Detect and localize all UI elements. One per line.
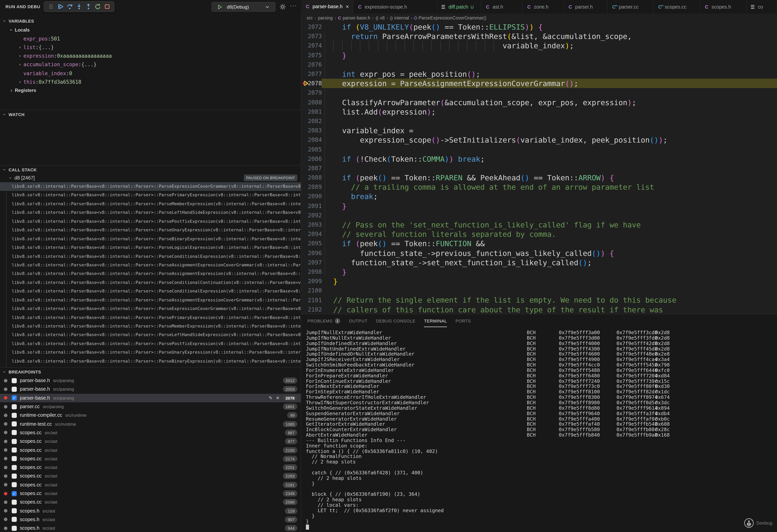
grip-icon[interactable]	[46, 2, 56, 11]
code-line[interactable]: 2073 return ParseArrowParametersWithRest…	[301, 31, 777, 41]
debug-session-row[interactable]: d8 [2467] PAUSED ON BREAKPOINT	[0, 174, 301, 182]
code-line[interactable]: 2091 }	[301, 201, 777, 211]
breakpoint-checkbox[interactable]	[12, 491, 17, 496]
stack-frame[interactable]: libv8.so!v8::internal::ParserBase<v8::in…	[0, 261, 301, 270]
breakpoint-row[interactable]: scopes.ccsrc/ast2263	[0, 472, 301, 481]
breakpoint-row[interactable]: parser-base.hsrc/parsing2012	[0, 376, 301, 385]
launch-config-select[interactable]: d8(Debug)	[212, 2, 275, 12]
gutter-line-number[interactable]: 2094	[301, 231, 322, 238]
breakpoint-checkbox[interactable]	[12, 447, 17, 452]
gear-icon[interactable]	[280, 3, 287, 10]
variable-this[interactable]: this: 0x7ffd3a653618	[0, 78, 301, 86]
breakpoint-row[interactable]: scopes.ccsrc/ast2251	[0, 463, 301, 472]
breakpoint-row[interactable]: scopes.ccsrc/ast2150	[0, 446, 301, 454]
start-debug-icon[interactable]	[215, 2, 224, 11]
callstack-section-header[interactable]: CALL STACK	[0, 165, 301, 174]
step-out-icon[interactable]	[84, 2, 93, 11]
code-line[interactable]: 2081 list.Add(expression);	[301, 107, 777, 116]
breakpoint-row[interactable]: scopes.hsrc/ast907	[0, 515, 301, 524]
code-line[interactable]: 2083 variable_index =	[301, 126, 777, 135]
gutter-line-number[interactable]: 2075	[301, 51, 322, 58]
variable-expression[interactable]: expression: 0xaaaaaaaaaaaaaaaa	[0, 51, 301, 60]
stack-frame[interactable]: libv8.so!v8::internal::ParserBase<v8::in…	[0, 331, 301, 340]
edit-breakpoint-icon[interactable]	[269, 395, 272, 401]
terminal-output[interactable]: JumpIfNullExtraWideHandlerBCH0x7f9e5fff3…	[306, 330, 777, 532]
code-editor[interactable]: 2072 if (V8_UNLIKELY(peek() == Token::EL…	[301, 22, 777, 314]
restart-icon[interactable]	[93, 2, 103, 11]
gutter-line-number[interactable]: 2089	[301, 184, 322, 190]
panel-tab-DEBUG CONSOLE[interactable]: DEBUG CONSOLE	[376, 314, 415, 327]
stack-frame[interactable]: libv8.so!v8::internal::ParserBase<v8::in…	[0, 209, 301, 217]
breakpoint-checkbox[interactable]	[12, 439, 17, 444]
breakpoint-row[interactable]: scopes.ccsrc/ast2349	[0, 489, 301, 498]
breakpoint-row[interactable]: scopes.hsrc/ast944	[0, 524, 301, 532]
stack-frame[interactable]: libv8.so!v8::internal::ParserBase<v8::in…	[0, 243, 301, 252]
gutter-line-number[interactable]: 2100	[301, 287, 322, 294]
stack-frame[interactable]: libv8.so!v8::internal::ParserBase<v8::in…	[0, 278, 301, 287]
breakpoint-row[interactable]: parser.ccsrc/parsing1801	[0, 402, 301, 411]
stack-frame[interactable]: libv8.so!v8::internal::ParserBase<v8::in…	[0, 252, 301, 261]
code-line[interactable]: 2096 function_state_->previous_function_…	[301, 248, 777, 258]
breadcrumb-item[interactable]: {}internal	[390, 16, 409, 20]
code-line[interactable]: 2090 break;	[301, 192, 777, 201]
gutter-line-number[interactable]: 2092	[301, 212, 322, 219]
code-line[interactable]: 2087	[301, 163, 777, 173]
gutter-line-number[interactable]: 2102	[301, 306, 322, 313]
code-line[interactable]: 2101// Return the single element if the …	[301, 295, 777, 305]
breakpoint-row[interactable]: scopes.ccsrc/ast887	[0, 428, 301, 437]
tab-co[interactable]: co	[747, 0, 777, 14]
stack-frame[interactable]: libv8.so!v8::internal::ParserBase<v8::in…	[0, 270, 301, 278]
tab-diff.patch[interactable]: diff.patchU	[438, 0, 481, 14]
gutter-line-number[interactable]: 2085	[301, 146, 322, 153]
breakpoint-row[interactable]: scopes.ccsrc/ast2174	[0, 454, 301, 463]
gutter-line-number[interactable]: 2091	[301, 202, 322, 209]
breakpoint-row[interactable]: parser-base.hsrc/parsing2078	[0, 394, 301, 402]
variables-group-Registers[interactable]: Registers	[0, 86, 301, 95]
panel-tab-TERMINAL[interactable]: TERMINAL	[424, 314, 447, 327]
stack-frame[interactable]: libv8.so!v8::internal::ParserBase<v8::in…	[0, 287, 301, 296]
code-line[interactable]: 2089 // a trailing comma is allowed at t…	[301, 182, 777, 191]
breakpoint-checkbox[interactable]	[12, 430, 17, 435]
gutter-line-number[interactable]: 2090	[301, 193, 322, 200]
gutter-line-number[interactable]: 2101	[301, 296, 322, 303]
variable-expr_pos[interactable]: expr_pos: 501	[0, 34, 301, 43]
code-line[interactable]: 2088 if (peek() == Token::RPAREN && Peek…	[301, 173, 777, 182]
gutter-line-number[interactable]: 2076	[301, 61, 322, 68]
code-line[interactable]: 2098 }	[301, 267, 777, 276]
code-line[interactable]: 2082	[301, 116, 777, 126]
stack-frame[interactable]: libv8.so!v8::internal::ParserBase<v8::in…	[0, 366, 301, 367]
code-line[interactable]: 2084 expression_scope()->SetInitializers…	[301, 135, 777, 145]
panel-tab-PROBLEMS[interactable]: PROBLEMS1	[308, 314, 340, 327]
tab-parser-base.h[interactable]: Cparser-base.h	[301, 0, 353, 14]
code-line[interactable]: 2075 }	[301, 50, 777, 60]
more-actions-icon[interactable]	[290, 2, 297, 9]
code-line[interactable]: 2086 if (!Check(Token::COMMA)) break;	[301, 154, 777, 163]
breakpoint-checkbox[interactable]	[12, 378, 17, 383]
gutter-line-number[interactable]: 2080	[301, 99, 322, 106]
code-line[interactable]: 2076	[301, 60, 777, 69]
variable-list[interactable]: list: {...}	[0, 43, 301, 51]
breakpoint-checkbox[interactable]	[12, 421, 17, 426]
gutter-line-number[interactable]: 2072	[301, 23, 322, 30]
panel-tab-OUTPUT[interactable]: OUTPUT	[349, 314, 367, 327]
code-line[interactable]: 2080 ClassifyArrowParameter(&accumulatio…	[301, 98, 777, 107]
code-line[interactable]: 2100	[301, 286, 777, 295]
tab-parser.cc[interactable]: C++parser.cc	[607, 0, 654, 14]
stack-frame[interactable]: libv8.so!v8::internal::ParserBase<v8::in…	[0, 322, 301, 331]
code-line[interactable]: 2072 if (V8_UNLIKELY(peek() == Token::EL…	[301, 22, 777, 31]
breakpoint-row[interactable]: scopes.ccsrc/ast2580	[0, 498, 301, 507]
code-line[interactable]: 2092	[301, 211, 777, 220]
code-line[interactable]: 2097 function_state_->set_next_function_…	[301, 258, 777, 267]
stack-frame[interactable]: libv8.so!v8::internal::ParserBase<v8::in…	[0, 200, 301, 209]
breadcrumb-item[interactable]: src	[307, 16, 313, 20]
stack-frame[interactable]: libv8.so!v8::internal::ParserBase<v8::in…	[0, 217, 301, 226]
step-into-icon[interactable]	[75, 2, 84, 11]
gutter-line-number[interactable]: 2096	[301, 249, 322, 256]
gutter-line-number[interactable]: 2082	[301, 118, 322, 125]
gutter-line-number[interactable]: 2073	[301, 33, 322, 40]
code-line[interactable]: 2099}	[301, 276, 777, 286]
code-line[interactable]: 2085	[301, 145, 777, 154]
close-icon[interactable]	[346, 4, 349, 9]
code-line[interactable]: 2095 if (peek() == Token::FUNCTION &&	[301, 239, 777, 248]
tab-ast.h[interactable]: Cast.h	[481, 0, 523, 14]
